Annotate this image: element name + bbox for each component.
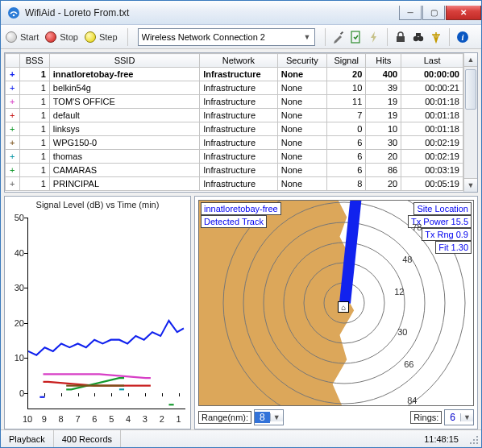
cell-bss: 1: [19, 68, 49, 81]
cell-last: 00:02:19: [401, 136, 463, 150]
table-row[interactable]: +1CAMARASInfrastructureNone68600:03:19: [6, 164, 463, 177]
chevron-down-icon: ▼: [270, 413, 283, 421]
rings-dropdown[interactable]: 6 ▼: [444, 409, 474, 425]
cell-ssid: CAMARAS: [49, 164, 199, 177]
x-tick: 7: [75, 414, 80, 424]
map-label-right: Site Location: [413, 202, 472, 215]
cell-signal: 8: [327, 177, 366, 191]
networks-table-panel: BSSSSIDNetworkSecuritySignalHitsLast +1i…: [4, 52, 478, 193]
table-row[interactable]: +1innatloretobay-freeInfrastructureNone2…: [6, 68, 463, 81]
info-icon[interactable]: i: [455, 29, 471, 45]
map-label-right: Fit 1.30: [435, 241, 472, 254]
titlebar[interactable]: WifiAid - Loreto From.txt ─ ▢ ✕: [1, 1, 481, 25]
row-marker: +: [6, 95, 20, 109]
cell-network: Infrastructure: [200, 95, 277, 109]
lock-icon[interactable]: [393, 29, 409, 45]
cell-network: Infrastructure: [200, 164, 277, 177]
cell-security: None: [277, 109, 326, 122]
table-row[interactable]: +1WPG150-0InfrastructureNone63000:02:19: [6, 136, 463, 150]
table-row[interactable]: +1thomasInfrastructureNone62000:02:19: [6, 150, 463, 164]
cell-last: 00:01:18: [401, 95, 463, 109]
scroll-down-icon[interactable]: ▼: [464, 178, 477, 192]
step-indicator-icon: [85, 31, 96, 43]
chart-plot-area[interactable]: [27, 218, 185, 409]
table-row[interactable]: +1belkin54gInfrastructureNone103900:00:2…: [6, 81, 463, 95]
cell-last: 00:02:19: [401, 150, 463, 164]
minimize-button[interactable]: ─: [399, 6, 422, 20]
ring-number: 78: [412, 222, 422, 232]
table-row[interactable]: +1TOM'S OFFICEInfrastructureNone111900:0…: [6, 95, 463, 109]
cell-security: None: [277, 81, 326, 95]
y-tick: 10: [8, 353, 24, 363]
cell-hits: 400: [366, 68, 401, 81]
cell-hits: 30: [366, 136, 401, 150]
cell-ssid: WPG150-0: [49, 136, 199, 150]
binoculars-icon[interactable]: [410, 29, 426, 45]
cell-bss: 1: [19, 81, 49, 95]
col-header[interactable]: Security: [277, 54, 326, 68]
maximize-button[interactable]: ▢: [422, 6, 445, 20]
radar-map[interactable]: ⌂ innatloretobay-freeDetected Track Site…: [198, 200, 474, 406]
scroll-up-icon[interactable]: ▲: [464, 53, 477, 67]
stop-indicator-icon: [45, 31, 56, 43]
start-button[interactable]: Start: [20, 32, 39, 42]
cell-ssid: thomas: [49, 150, 199, 164]
x-tick: 4: [126, 414, 131, 424]
row-marker: +: [6, 164, 20, 177]
cell-hits: 19: [366, 95, 401, 109]
table-scrollbar[interactable]: ▲ ▼: [463, 53, 477, 192]
svg-rect-2: [339, 31, 343, 34]
x-tick: 9: [42, 414, 47, 424]
app-icon: [7, 6, 20, 19]
col-header[interactable]: Network: [200, 54, 277, 68]
status-records: 400 Records: [54, 430, 121, 447]
cell-last: 00:00:00: [401, 68, 463, 81]
table-row[interactable]: +1linksysInfrastructureNone01000:01:18: [6, 122, 463, 136]
app-window: WifiAid - Loreto From.txt ─ ▢ ✕ Start St…: [0, 0, 482, 448]
col-header[interactable]: [6, 54, 20, 68]
stop-button[interactable]: Stop: [60, 32, 78, 42]
resize-grip-icon[interactable]: [467, 430, 481, 447]
table-row[interactable]: +1defaultInfrastructureNone71900:01:18: [6, 109, 463, 122]
step-button[interactable]: Step: [99, 32, 118, 42]
refresh-icon[interactable]: [348, 29, 364, 45]
map-label-left: innatloretobay-free: [201, 202, 281, 215]
cell-bss: 1: [19, 109, 49, 122]
cell-bss: 1: [19, 177, 49, 191]
window-title: WifiAid - Loreto From.txt: [25, 7, 398, 19]
col-header[interactable]: Last: [401, 54, 463, 68]
y-tick: 40: [8, 248, 24, 258]
table-row[interactable]: +1PRINCIPALInfrastructureNone82000:05:19: [6, 177, 463, 191]
svg-point-1: [13, 14, 15, 16]
ring-number: 84: [407, 396, 417, 405]
networks-table[interactable]: BSSSSIDNetworkSecuritySignalHitsLast +1i…: [5, 53, 463, 191]
cell-network: Infrastructure: [200, 81, 277, 95]
svg-rect-3: [351, 31, 359, 43]
cell-hits: 10: [366, 122, 401, 136]
connection-dropdown[interactable]: Wireless Network Connection 2 ▼: [138, 28, 315, 46]
svg-point-0: [8, 7, 19, 19]
scroll-thumb[interactable]: [465, 69, 476, 110]
bolt-icon[interactable]: [366, 29, 382, 45]
col-header[interactable]: SSID: [49, 54, 199, 68]
col-header[interactable]: Hits: [366, 54, 401, 68]
cell-security: None: [277, 136, 326, 150]
antenna-icon[interactable]: [428, 29, 444, 45]
ring-number: 66: [404, 359, 413, 369]
cell-ssid: linksys: [49, 122, 199, 136]
col-header[interactable]: BSS: [19, 54, 49, 68]
y-tick: 30: [8, 283, 24, 292]
cell-ssid: TOM'S OFFICE: [49, 95, 199, 109]
close-button[interactable]: ✕: [446, 6, 481, 20]
settings-icon[interactable]: [330, 29, 347, 45]
cell-hits: 20: [366, 177, 401, 191]
start-indicator-icon: [6, 31, 17, 43]
col-header[interactable]: Signal: [327, 54, 366, 68]
map-label-left: Detected Track: [201, 215, 267, 228]
ring-number: 48: [402, 255, 412, 264]
radar-map-panel: ⌂ innatloretobay-freeDetected Track Site…: [194, 196, 478, 429]
range-dropdown[interactable]: 8 ▼: [254, 409, 284, 425]
chart-series: [43, 374, 150, 378]
cell-hits: 19: [366, 109, 401, 122]
status-mode: Playback: [1, 430, 54, 447]
